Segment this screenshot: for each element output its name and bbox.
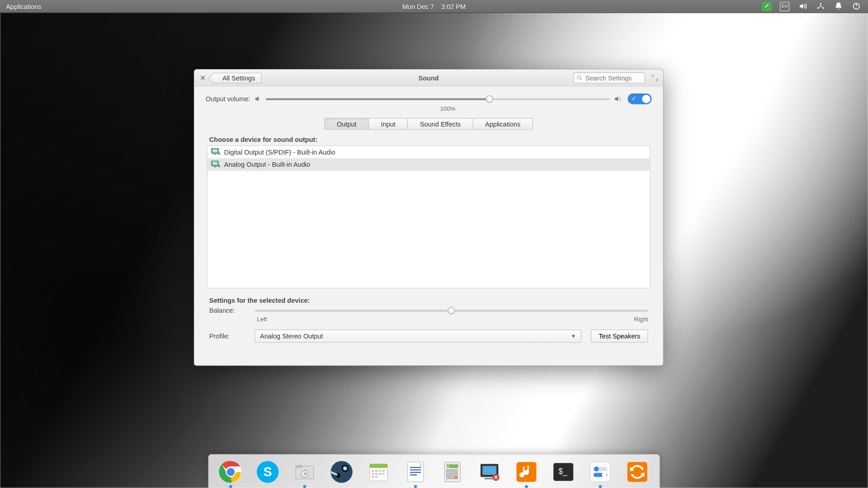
balance-right-label: Right	[634, 316, 648, 323]
svg-rect-36	[382, 473, 384, 475]
svg-text:S: S	[264, 465, 272, 479]
balance-left-label: Left	[257, 316, 267, 323]
keyboard-layout-indicator[interactable]: En	[780, 1, 789, 11]
svg-rect-31	[378, 470, 381, 472]
top-panel: Applications Mon Dec 7 3:02 PM ✓ En	[0, 0, 868, 13]
close-button[interactable]: ✕	[198, 73, 208, 83]
dock-skype[interactable]: S	[254, 458, 282, 486]
device-row[interactable]: Digital Output (S/PDIF) - Built-in Audio	[208, 146, 650, 159]
dock-terminal[interactable]: $_	[550, 458, 577, 486]
svg-rect-40	[410, 467, 421, 468]
svg-rect-11	[214, 166, 216, 167]
svg-rect-38	[375, 476, 377, 478]
svg-rect-48	[450, 469, 453, 472]
panel-date[interactable]: Mon Dec 7	[402, 3, 434, 10]
volume-indicator-icon[interactable]	[797, 1, 807, 11]
volume-low-icon	[254, 95, 262, 103]
svg-rect-7	[214, 154, 216, 155]
device-name: Digital Output (S/PDIF) - Built-in Audio	[224, 148, 335, 155]
device-row[interactable]: Analog Output - Built-in Audio	[208, 159, 650, 171]
tab-input[interactable]: Input	[369, 118, 408, 129]
svg-rect-41	[410, 469, 421, 470]
dock: S3.14$_	[208, 454, 660, 488]
power-icon[interactable]	[851, 1, 861, 11]
svg-rect-34	[375, 473, 377, 475]
dock-steam[interactable]	[328, 458, 355, 486]
svg-rect-29	[372, 470, 374, 472]
choose-device-label: Choose a device for sound output:	[209, 136, 648, 143]
volume-high-icon	[613, 95, 622, 103]
svg-rect-32	[382, 470, 384, 472]
tab-applications[interactable]: Applications	[473, 118, 533, 129]
network-indicator-icon[interactable]	[816, 1, 825, 11]
svg-rect-55	[454, 476, 458, 479]
svg-rect-35	[378, 473, 381, 475]
svg-rect-51	[450, 473, 453, 475]
search-icon	[576, 75, 583, 81]
svg-rect-37	[372, 476, 374, 478]
chevron-down-icon: ▼	[571, 333, 576, 339]
tab-output[interactable]: Output	[325, 118, 369, 129]
svg-rect-28	[370, 464, 388, 468]
output-volume-slider[interactable]	[266, 95, 610, 103]
dock-calculator[interactable]: 3.14	[439, 458, 467, 486]
dock-music[interactable]	[513, 458, 540, 486]
balance-label: Balance:	[209, 307, 245, 314]
svg-rect-30	[375, 470, 377, 472]
profile-label: Profile:	[209, 333, 245, 340]
dock-screenshot[interactable]	[476, 458, 503, 486]
device-settings-heading: Settings for the selected device:	[209, 297, 642, 304]
svg-rect-63	[590, 462, 610, 482]
svg-rect-49	[454, 469, 458, 472]
svg-point-22	[330, 461, 352, 483]
window-title: Sound	[419, 74, 439, 81]
svg-text:$_: $_	[558, 467, 567, 476]
svg-point-67	[602, 473, 607, 478]
dock-files[interactable]	[291, 458, 319, 486]
sound-tabs: OutputInputSound EffectsApplications	[324, 118, 533, 130]
svg-point-8	[218, 152, 220, 155]
svg-point-65	[594, 466, 599, 471]
profile-selected-value: Analog Stereo Output	[260, 333, 323, 340]
svg-rect-50	[447, 473, 450, 475]
dock-libreoffice-writer[interactable]	[402, 458, 429, 486]
all-settings-back-button[interactable]: All Settings	[212, 72, 261, 83]
svg-rect-52	[454, 473, 458, 475]
svg-rect-42	[410, 472, 421, 473]
svg-point-4	[578, 75, 581, 79]
output-device-list[interactable]: Digital Output (S/PDIF) - Built-in Audio…	[207, 145, 651, 288]
svg-rect-54	[450, 476, 453, 479]
panel-time[interactable]: 3:02 PM	[441, 3, 466, 10]
output-volume-percent: 100%	[436, 105, 460, 112]
dock-calendar[interactable]	[365, 458, 392, 486]
svg-text:3.14: 3.14	[450, 465, 458, 469]
applications-menu[interactable]: Applications	[0, 3, 47, 10]
test-speakers-button[interactable]: Test Speakers	[591, 329, 648, 343]
svg-rect-6	[212, 149, 217, 152]
svg-rect-53	[447, 476, 450, 479]
sound-settings-window: ✕ All Settings Sound Output volume:	[194, 69, 664, 366]
svg-point-12	[218, 165, 220, 167]
svg-rect-57	[482, 466, 496, 475]
dock-chrome[interactable]	[217, 458, 245, 486]
balance-slider[interactable]	[255, 306, 648, 314]
output-volume-label: Output volume:	[206, 95, 250, 103]
dock-update[interactable]	[623, 458, 651, 486]
device-name: Analog Output - Built-in Audio	[224, 161, 310, 168]
notifications-icon[interactable]	[834, 1, 843, 11]
search-input[interactable]	[585, 74, 639, 81]
window-titlebar[interactable]: ✕ All Settings Sound	[194, 70, 663, 86]
svg-rect-43	[410, 474, 417, 475]
svg-rect-33	[372, 473, 374, 475]
svg-rect-20	[296, 465, 302, 468]
update-ok-icon[interactable]: ✓	[762, 1, 771, 11]
svg-rect-10	[212, 162, 217, 165]
tab-sound-effects[interactable]: Sound Effects	[408, 118, 473, 129]
maximize-button[interactable]	[650, 73, 659, 83]
svg-rect-47	[447, 469, 450, 472]
dock-switchboard[interactable]	[587, 458, 614, 486]
output-mute-toggle[interactable]	[628, 94, 652, 104]
search-settings-field[interactable]	[574, 72, 645, 84]
profile-dropdown[interactable]: Analog Stereo Output ▼	[255, 329, 581, 343]
svg-point-25	[343, 466, 347, 470]
